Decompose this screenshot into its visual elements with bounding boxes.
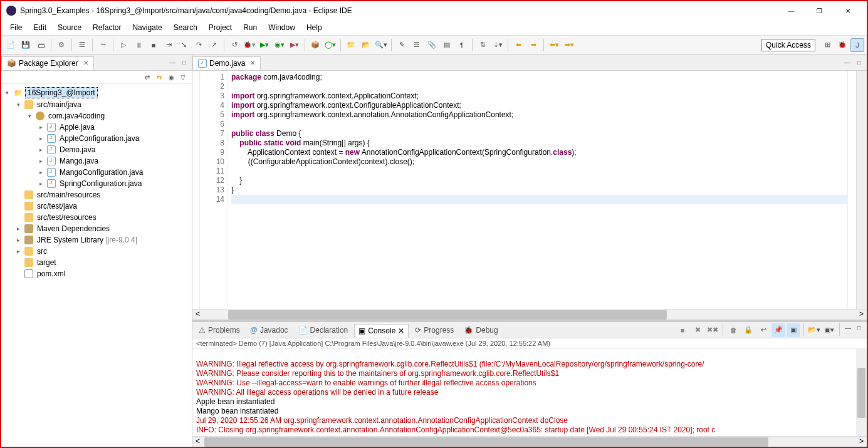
console-open-button[interactable]: 📂▾ — [807, 323, 821, 337]
stepover-button[interactable]: ↷ — [192, 38, 206, 52]
runlast-button[interactable]: ▶▾ — [288, 38, 301, 52]
console-scrolllock-button[interactable]: 🔒 — [741, 323, 755, 337]
menu-edit[interactable]: Edit — [28, 21, 51, 34]
resume-button[interactable]: ▷ — [117, 38, 130, 52]
editor-hscrollbar[interactable]: <> — [192, 309, 867, 320]
run-button[interactable]: ▶▾ — [258, 38, 271, 52]
minimize-view-icon[interactable]: — — [167, 58, 177, 68]
console-removeall-button[interactable]: ✖✖ — [706, 323, 719, 337]
menu-help[interactable]: Help — [301, 21, 327, 34]
pin-button[interactable]: ¶ — [455, 38, 469, 52]
close-button[interactable]: ✕ — [834, 2, 862, 19]
tree-pom[interactable]: pom.xml — [35, 269, 67, 279]
menu-file[interactable]: File — [5, 21, 27, 34]
quick-access[interactable]: Quick Access — [761, 39, 815, 51]
fwd-button[interactable]: ➡▾ — [562, 38, 576, 52]
package-explorer-tab[interactable]: 📦 Package Explorer ✕ — [1, 56, 94, 70]
attach-button[interactable]: 📎 — [425, 38, 439, 52]
task-button[interactable]: ✎ — [395, 38, 409, 52]
tree-src-main-java[interactable]: src/main/java — [35, 100, 83, 110]
code-editor[interactable]: 1234567891011121314 package com.java4cod… — [192, 71, 867, 309]
menu-run[interactable]: Run — [238, 21, 262, 34]
minimize-console-icon[interactable]: — — [843, 323, 853, 333]
tree-src-test-res[interactable]: src/test/resources — [35, 212, 98, 222]
menu-refactor[interactable]: Refactor — [88, 21, 126, 34]
debug-button[interactable]: 🐞▾ — [243, 38, 256, 52]
java-perspective-button[interactable]: J — [850, 38, 864, 52]
outline-button[interactable]: ☰ — [410, 38, 424, 52]
console-vscrollbar[interactable] — [856, 349, 867, 436]
close-console-icon[interactable]: ✕ — [398, 326, 404, 335]
view-menu-icon[interactable]: ▽ — [178, 72, 188, 82]
opentype-button[interactable]: 📂 — [359, 38, 373, 52]
tab-declaration[interactable]: 📄Declaration — [295, 324, 352, 336]
open-perspective-button[interactable]: ⊞ — [820, 38, 834, 52]
tree-src[interactable]: src — [35, 246, 49, 256]
suspend-button[interactable]: ⏸ — [132, 38, 145, 52]
tab-debug[interactable]: 🐞Debug — [460, 324, 501, 336]
menu-navigate[interactable]: Navigate — [127, 21, 167, 34]
maximize-button[interactable]: ❐ — [805, 2, 834, 19]
maximize-view-icon[interactable]: □ — [179, 58, 189, 68]
skip-breakpoints-button[interactable]: ⤳ — [96, 38, 110, 52]
coverage-button[interactable]: ◉▾ — [273, 38, 286, 52]
newpkg-button[interactable]: 📦 — [308, 38, 322, 52]
collapse-all-icon[interactable]: ⇄ — [142, 72, 152, 82]
editor-tab-demo[interactable]: Demo.java ✕ — [192, 56, 261, 70]
code-area[interactable]: package com.java4coding;import org.sprin… — [227, 71, 847, 309]
nav-button[interactable]: ⇅ — [476, 38, 489, 52]
console-clear-button[interactable]: 🗑 — [726, 323, 740, 337]
tree-project[interactable]: 16Spring3_@Import — [25, 87, 98, 98]
new-button[interactable]: 📄 — [4, 38, 18, 52]
disconnect-button[interactable]: ⇥ — [162, 38, 175, 52]
menu-source[interactable]: Source — [53, 21, 86, 34]
console-hscrollbar[interactable]: <> — [192, 436, 867, 447]
next-annot-button[interactable]: ⇣▾ — [491, 38, 505, 52]
tree-file[interactable]: MangoConfiguration.java — [58, 167, 145, 177]
console-output[interactable]: WARNING: Illegal reflective access by or… — [192, 349, 867, 436]
back-button[interactable]: ⬅ — [511, 38, 525, 52]
menu-search[interactable]: Search — [169, 21, 202, 34]
stepreturn-button[interactable]: ↗ — [207, 38, 221, 52]
debug-perspective-button[interactable]: 🐞 — [835, 38, 849, 52]
tree-file[interactable]: Demo.java — [58, 145, 97, 155]
console-pin-button[interactable]: 📌 — [771, 323, 785, 337]
tab-javadoc[interactable]: @Javadoc — [246, 324, 292, 336]
editor-vscrollbar[interactable] — [856, 71, 867, 309]
tree-jre[interactable]: JRE System Library [jre-9.0.4] — [35, 235, 139, 245]
droptofrane-button[interactable]: ↺ — [227, 38, 241, 52]
openproj-button[interactable]: 📁 — [344, 38, 358, 52]
minimize-editor-icon[interactable]: — — [842, 58, 852, 68]
link-editor-icon[interactable]: ⇆ — [154, 72, 164, 82]
close-view-icon[interactable]: ✕ — [83, 60, 88, 66]
newtype-button[interactable]: ◯▾ — [323, 38, 337, 52]
tree-file[interactable]: Mango.java — [58, 156, 100, 166]
close-tab-icon[interactable]: ✕ — [250, 60, 255, 66]
console-wordwrap-button[interactable]: ↩ — [756, 323, 770, 337]
search-button[interactable]: 🔍▾ — [374, 38, 388, 52]
mark-button[interactable]: ▤ — [440, 38, 454, 52]
tab-console[interactable]: ▣Console✕ — [354, 324, 409, 338]
menu-project[interactable]: Project — [204, 21, 237, 34]
console-new-button[interactable]: ▣▾ — [822, 323, 836, 337]
forward-button[interactable]: ➡ — [526, 38, 540, 52]
project-tree[interactable]: ▾📁16Spring3_@Import ▾src/main/java ▾com.… — [1, 84, 192, 447]
last-edit-button[interactable]: ⬅▾ — [547, 38, 561, 52]
menu-window[interactable]: Window — [263, 21, 300, 34]
tree-file[interactable]: AppleConfiguration.java — [58, 133, 141, 143]
build-button[interactable]: ⚙ — [55, 38, 68, 52]
tab-problems[interactable]: ⚠Problems — [195, 324, 244, 336]
console-remove-button[interactable]: ✖ — [691, 323, 704, 337]
tree-target[interactable]: target — [35, 258, 58, 268]
stepinto-button[interactable]: ↘ — [177, 38, 191, 52]
console-display-button[interactable]: ▣ — [787, 323, 800, 337]
tree-src-main-res[interactable]: src/main/resources — [35, 190, 102, 200]
tree-file[interactable]: Apple.java — [58, 122, 97, 132]
maximize-console-icon[interactable]: □ — [854, 323, 864, 333]
console-terminate-button[interactable]: ■ — [676, 323, 689, 337]
terminate-button[interactable]: ■ — [147, 38, 160, 52]
tree-src-test-java[interactable]: src/test/java — [35, 201, 79, 211]
tab-progress[interactable]: ⟳Progress — [411, 324, 458, 336]
minimize-button[interactable]: — — [777, 2, 805, 19]
focus-task-icon[interactable]: ◉ — [166, 72, 176, 82]
